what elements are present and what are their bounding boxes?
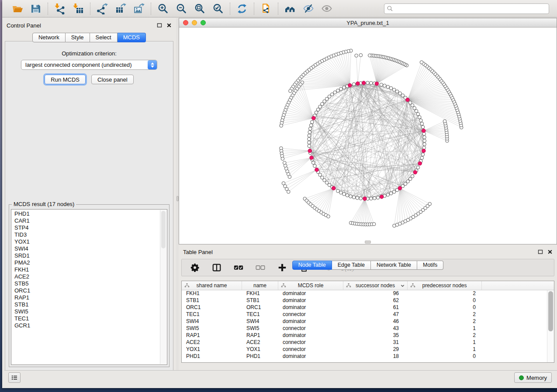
- network-node[interactable]: [349, 195, 353, 198]
- mcds-result-item[interactable]: TID3: [14, 231, 167, 238]
- mcds-hub-node[interactable]: [310, 156, 314, 160]
- network-node[interactable]: [336, 89, 340, 93]
- network-node[interactable]: [308, 144, 311, 148]
- network-node[interactable]: [420, 122, 424, 126]
- show-details-icon[interactable]: [320, 2, 333, 15]
- export-network-icon[interactable]: [96, 2, 109, 15]
- network-node[interactable]: [421, 153, 425, 156]
- network-node[interactable]: [416, 166, 420, 169]
- mcds-result-item[interactable]: STB5: [14, 280, 167, 287]
- network-node[interactable]: [418, 116, 422, 119]
- mcds-result-list[interactable]: PHD1CAR1STP4TID3YOX1SWI4SRD1PMA2FKH1ACE2…: [11, 209, 167, 365]
- mcds-hub-node[interactable]: [363, 197, 367, 201]
- home-network-icon[interactable]: [284, 2, 297, 15]
- mcds-result-item[interactable]: CAR1: [14, 217, 167, 224]
- network-node[interactable]: [428, 202, 432, 206]
- mcds-hub-node[interactable]: [406, 98, 410, 102]
- network-node[interactable]: [359, 54, 363, 57]
- network-node[interactable]: [389, 192, 393, 195]
- network-node[interactable]: [289, 89, 292, 93]
- mcds-result-item[interactable]: ORC1: [14, 287, 167, 294]
- mcds-result-item[interactable]: TEC1: [14, 315, 167, 322]
- mcds-hub-node[interactable]: [375, 82, 379, 86]
- network-node[interactable]: [343, 193, 346, 196]
- hide-details-icon[interactable]: [302, 2, 315, 15]
- mcds-result-item[interactable]: PMA2: [14, 259, 167, 266]
- mcds-hub-node[interactable]: [413, 170, 417, 174]
- mcds-list-scrollbar[interactable]: [160, 210, 166, 364]
- network-node[interactable]: [386, 85, 390, 89]
- zoom-selected-icon[interactable]: [211, 2, 225, 15]
- network-node[interactable]: [287, 190, 290, 194]
- network-node[interactable]: [352, 196, 356, 199]
- network-node[interactable]: [392, 88, 396, 92]
- network-node[interactable]: [339, 87, 343, 91]
- network-graph[interactable]: [179, 28, 557, 244]
- tab-motifs[interactable]: Motifs: [417, 261, 443, 270]
- network-node[interactable]: [318, 105, 322, 109]
- network-node[interactable]: [281, 157, 284, 161]
- mcds-hub-node[interactable]: [312, 116, 316, 120]
- network-node[interactable]: [333, 91, 337, 94]
- optimization-select[interactable]: largest connected component (undirected): [21, 60, 157, 70]
- network-node[interactable]: [386, 193, 390, 196]
- network-node[interactable]: [373, 196, 377, 200]
- export-image-icon[interactable]: [132, 2, 145, 15]
- network-node[interactable]: [423, 136, 426, 139]
- network-node[interactable]: [343, 86, 346, 89]
- network-node[interactable]: [308, 134, 311, 138]
- mcds-hub-node[interactable]: [315, 168, 319, 172]
- mcds-hub-node[interactable]: [380, 195, 384, 199]
- network-node[interactable]: [311, 120, 314, 124]
- network-node[interactable]: [411, 175, 414, 178]
- network-node[interactable]: [280, 124, 283, 127]
- mcds-hub-node[interactable]: [422, 149, 426, 153]
- network-node[interactable]: [398, 92, 402, 95]
- network-node[interactable]: [415, 110, 418, 113]
- network-node[interactable]: [308, 127, 312, 131]
- mcds-hub-node[interactable]: [362, 81, 366, 85]
- mcds-result-item[interactable]: GCR1: [14, 322, 167, 329]
- import-table-icon[interactable]: [72, 2, 85, 15]
- mcds-hub-node[interactable]: [398, 186, 402, 190]
- zoom-in-icon[interactable]: [156, 2, 170, 15]
- horizontal-splitter-handle[interactable]: [365, 241, 371, 244]
- network-node[interactable]: [392, 190, 396, 194]
- network-node[interactable]: [423, 139, 426, 143]
- network-node[interactable]: [313, 164, 317, 168]
- mcds-result-item[interactable]: ACE2: [14, 273, 167, 280]
- mcds-result-item[interactable]: SWI5: [14, 308, 167, 315]
- splitter-handle[interactable]: [176, 196, 179, 201]
- minimize-window-icon[interactable]: [192, 20, 197, 25]
- refresh-view-icon[interactable]: [235, 2, 249, 15]
- save-session-icon[interactable]: [29, 2, 42, 15]
- network-node[interactable]: [366, 81, 370, 85]
- mcds-result-item[interactable]: FKH1: [14, 266, 167, 273]
- network-node[interactable]: [336, 189, 340, 193]
- network-node[interactable]: [395, 90, 399, 93]
- network-node[interactable]: [370, 81, 373, 85]
- network-node[interactable]: [308, 138, 311, 141]
- mcds-result-item[interactable]: STB1: [14, 301, 167, 308]
- network-node[interactable]: [380, 83, 383, 86]
- network-node[interactable]: [421, 125, 425, 129]
- network-node[interactable]: [359, 197, 363, 200]
- mcds-result-item[interactable]: SRD1: [14, 252, 167, 259]
- scrollbar-thumb[interactable]: [161, 211, 166, 248]
- close-window-icon[interactable]: [183, 20, 188, 25]
- network-node[interactable]: [423, 143, 426, 146]
- clipboard-network-icon[interactable]: [259, 2, 273, 15]
- tab-node-table[interactable]: Node Table: [292, 261, 332, 270]
- mcds-result-item[interactable]: YOX1: [14, 238, 167, 245]
- tab-edge-table[interactable]: Edge Table: [332, 261, 371, 270]
- run-mcds-button[interactable]: Run MCDS: [45, 75, 86, 84]
- mcds-hub-node[interactable]: [356, 82, 360, 86]
- import-network-icon[interactable]: [53, 2, 66, 15]
- export-table-icon[interactable]: [114, 2, 127, 15]
- network-node[interactable]: [419, 119, 423, 122]
- search-input[interactable]: [395, 5, 547, 12]
- memory-button[interactable]: Memory: [514, 372, 552, 383]
- network-node[interactable]: [443, 120, 446, 123]
- mcds-hub-node[interactable]: [308, 149, 312, 153]
- tab-select[interactable]: Select: [90, 33, 118, 42]
